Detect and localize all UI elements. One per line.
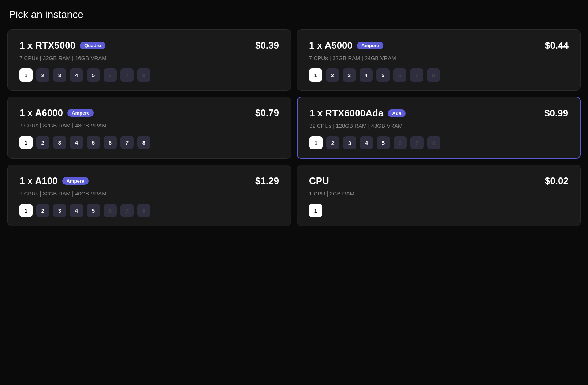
instance-card-a100[interactable]: 1 x A100Ampere$1.297 CPUs | 32GB RAM | 4… xyxy=(7,165,291,226)
quantity-selector-a5000: 12345678 xyxy=(309,68,569,82)
instance-price-cpu: $0.02 xyxy=(545,175,569,187)
instance-price-rtx5000: $0.39 xyxy=(255,40,279,51)
qty-btn-rtx5000-8: 8 xyxy=(137,68,150,82)
qty-btn-rtx6000ada-7: 7 xyxy=(410,136,424,149)
qty-btn-a6000-4[interactable]: 4 xyxy=(70,136,83,149)
qty-btn-a6000-3[interactable]: 3 xyxy=(53,136,66,149)
qty-btn-cpu-1[interactable]: 1 xyxy=(309,204,322,217)
qty-btn-a100-3[interactable]: 3 xyxy=(53,204,66,217)
qty-btn-a6000-6[interactable]: 6 xyxy=(104,136,117,149)
qty-btn-a5000-7: 7 xyxy=(410,68,423,82)
qty-btn-rtx5000-3[interactable]: 3 xyxy=(53,68,66,82)
instance-badge-a6000: Ampere xyxy=(67,109,94,117)
qty-btn-a5000-2[interactable]: 2 xyxy=(326,68,339,82)
qty-btn-rtx6000ada-1[interactable]: 1 xyxy=(309,136,323,149)
instance-specs-rtx5000: 7 CPUs | 32GB RAM | 16GB VRAM xyxy=(19,55,279,61)
instance-specs-cpu: 1 CPU | 2GB RAM xyxy=(309,190,569,197)
instance-name-rtx5000: 1 x RTX5000 xyxy=(19,40,75,51)
qty-btn-rtx6000ada-3[interactable]: 3 xyxy=(343,136,356,149)
qty-btn-rtx6000ada-2[interactable]: 2 xyxy=(326,136,339,149)
qty-btn-a5000-8: 8 xyxy=(427,68,440,82)
page-title: Pick an instance xyxy=(7,9,581,20)
quantity-selector-a6000: 12345678 xyxy=(19,136,279,149)
qty-btn-rtx5000-6: 6 xyxy=(104,68,117,82)
qty-btn-a100-1[interactable]: 1 xyxy=(19,204,33,217)
qty-btn-rtx6000ada-6: 6 xyxy=(394,136,407,149)
instance-card-rtx5000[interactable]: 1 x RTX5000Quadro$0.397 CPUs | 32GB RAM … xyxy=(7,29,291,91)
quantity-selector-a100: 12345678 xyxy=(19,204,279,217)
qty-btn-a5000-4[interactable]: 4 xyxy=(360,68,373,82)
qty-btn-a100-6: 6 xyxy=(104,204,117,217)
qty-btn-rtx5000-4[interactable]: 4 xyxy=(70,68,83,82)
qty-btn-rtx6000ada-8: 8 xyxy=(427,136,440,149)
qty-btn-a100-2[interactable]: 2 xyxy=(36,204,49,217)
instance-specs-a100: 7 CPUs | 32GB RAM | 40GB VRAM xyxy=(19,190,279,197)
qty-btn-a100-4[interactable]: 4 xyxy=(70,204,83,217)
instance-badge-rtx5000: Quadro xyxy=(80,42,105,49)
qty-btn-a5000-3[interactable]: 3 xyxy=(343,68,356,82)
instance-specs-a5000: 7 CPUs | 32GB RAM | 24GB VRAM xyxy=(309,55,569,61)
instance-card-cpu[interactable]: CPU$0.021 CPU | 2GB RAM1 xyxy=(297,165,581,226)
instance-name-a5000: 1 x A5000 xyxy=(309,40,353,51)
qty-btn-a6000-5[interactable]: 5 xyxy=(87,136,100,149)
qty-btn-rtx5000-7: 7 xyxy=(120,68,134,82)
qty-btn-a5000-1[interactable]: 1 xyxy=(309,68,322,82)
instance-price-a6000: $0.79 xyxy=(255,107,279,119)
instance-price-rtx6000ada: $0.99 xyxy=(544,108,568,119)
qty-btn-a5000-5[interactable]: 5 xyxy=(376,68,390,82)
qty-btn-a100-5[interactable]: 5 xyxy=(87,204,100,217)
qty-btn-rtx5000-5[interactable]: 5 xyxy=(87,68,100,82)
instance-badge-a5000: Ampere xyxy=(357,42,383,49)
qty-btn-a100-7: 7 xyxy=(120,204,134,217)
quantity-selector-rtx6000ada: 12345678 xyxy=(309,136,568,149)
instance-name-a6000: 1 x A6000 xyxy=(19,107,63,119)
instance-specs-a6000: 7 CPUs | 32GB RAM | 48GB VRAM xyxy=(19,122,279,128)
instance-name-cpu: CPU xyxy=(309,175,329,187)
qty-btn-a6000-2[interactable]: 2 xyxy=(36,136,49,149)
instance-price-a100: $1.29 xyxy=(255,175,279,187)
instance-specs-rtx6000ada: 32 CPUs | 128GB RAM | 48GB VRAM xyxy=(309,123,568,129)
qty-btn-a6000-8[interactable]: 8 xyxy=(137,136,150,149)
qty-btn-a6000-1[interactable]: 1 xyxy=(19,136,33,149)
quantity-selector-cpu: 1 xyxy=(309,204,569,217)
qty-btn-rtx6000ada-4[interactable]: 4 xyxy=(360,136,373,149)
instance-grid: 1 x RTX5000Quadro$0.397 CPUs | 32GB RAM … xyxy=(7,29,581,226)
instance-name-rtx6000ada: 1 x RTX6000Ada xyxy=(309,108,383,119)
qty-btn-rtx5000-1[interactable]: 1 xyxy=(19,68,33,82)
qty-btn-a6000-7[interactable]: 7 xyxy=(120,136,134,149)
qty-btn-rtx5000-2[interactable]: 2 xyxy=(36,68,49,82)
instance-badge-a100: Ampere xyxy=(62,177,89,185)
qty-btn-a5000-6: 6 xyxy=(393,68,406,82)
instance-card-a6000[interactable]: 1 x A6000Ampere$0.797 CPUs | 32GB RAM | … xyxy=(7,97,291,159)
quantity-selector-rtx5000: 12345678 xyxy=(19,68,279,82)
qty-btn-a100-8: 8 xyxy=(137,204,150,217)
qty-btn-rtx6000ada-5[interactable]: 5 xyxy=(377,136,390,149)
instance-badge-rtx6000ada: Ada xyxy=(388,109,406,117)
instance-card-rtx6000ada[interactable]: 1 x RTX6000AdaAda$0.9932 CPUs | 128GB RA… xyxy=(297,97,581,159)
instance-price-a5000: $0.44 xyxy=(545,40,569,51)
instance-name-a100: 1 x A100 xyxy=(19,175,58,187)
instance-card-a5000[interactable]: 1 x A5000Ampere$0.447 CPUs | 32GB RAM | … xyxy=(297,29,581,91)
